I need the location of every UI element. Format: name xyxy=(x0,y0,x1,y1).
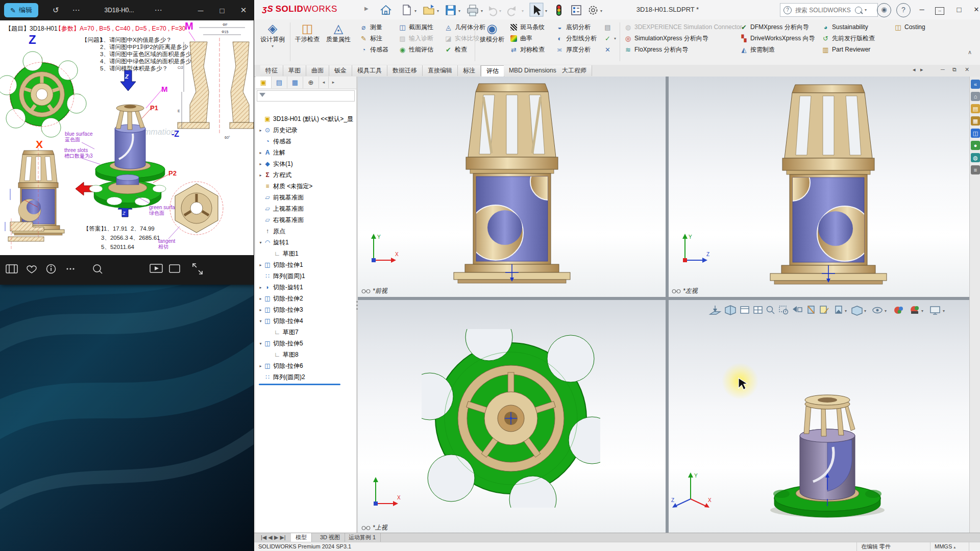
print-caret[interactable]: ▾ xyxy=(481,9,483,13)
section-view-icon[interactable] xyxy=(808,306,814,313)
close-button[interactable]: ✕ xyxy=(969,3,980,16)
select-cursor-button[interactable] xyxy=(530,3,543,16)
thickness-analysis-button[interactable]: ≍厚度分析 xyxy=(555,44,597,55)
search-box[interactable]: ? ▾ xyxy=(780,3,878,17)
tree-item-top-plane[interactable]: ▱上视基准面 xyxy=(258,203,304,214)
sensor-button[interactable]: ◔传感器 xyxy=(359,44,388,55)
view-settings-caret[interactable]: ▾ xyxy=(921,309,923,313)
save-caret[interactable]: ▾ xyxy=(458,9,460,13)
propertymanager-tab[interactable]: ▤ xyxy=(272,77,287,88)
zoom-fit-icon[interactable] xyxy=(767,307,775,314)
manufacture-on-demand-button[interactable]: ◭按需制造 xyxy=(740,44,815,55)
sustainability-button[interactable]: ◕Sustainability xyxy=(821,21,875,33)
taskpane-collapse-icon[interactable]: « xyxy=(971,80,980,89)
compare-document-button[interactable]: ▤ xyxy=(603,21,616,33)
minimize-button[interactable]: ─ xyxy=(193,6,208,15)
model-tab[interactable]: 模型 xyxy=(291,533,312,542)
tree-item-front-plane[interactable]: ▱前视基准面 xyxy=(258,192,304,203)
costing-button[interactable]: ◫Costing xyxy=(894,21,925,33)
new-document-button[interactable] xyxy=(403,5,410,15)
more-options-icon[interactable]: ⋯ xyxy=(72,6,80,15)
zebra-stripes-button[interactable]: 斑马条纹 xyxy=(509,21,545,33)
check-button[interactable]: ✔检查 xyxy=(444,44,485,55)
collapse-ribbon-icon[interactable]: ∧ xyxy=(968,49,972,56)
close-button[interactable]: ✕ xyxy=(236,6,251,15)
design-checker-button[interactable]: ✓▾ xyxy=(603,33,616,44)
maximize-button[interactable]: □ xyxy=(214,6,230,15)
featuremanager-tree-tab[interactable]: ▣ xyxy=(256,77,272,88)
info-icon[interactable] xyxy=(47,265,56,273)
tree-item-cut-extrude3[interactable]: ▸◫切除-拉伸3 xyxy=(258,304,303,315)
more-options-icon-2[interactable]: ⋯ xyxy=(155,6,162,15)
tree-item-equations[interactable]: ▸Σ方程式 xyxy=(258,169,291,181)
tree-item-revolve1[interactable]: ▾◠旋转1 xyxy=(258,237,289,248)
annotation-view-icon[interactable] xyxy=(820,306,828,313)
doc-prev-icon[interactable]: ◂ xyxy=(913,66,916,73)
tree-item-cut-extrude6[interactable]: ▸◫切除-拉伸6 xyxy=(258,360,303,371)
curvature-button[interactable]: 曲率 xyxy=(509,33,545,44)
redo-button[interactable] xyxy=(508,6,516,16)
zoom-actual-icon[interactable] xyxy=(93,265,102,273)
tree-item-sketch1[interactable]: ∟草图1 xyxy=(273,248,299,259)
four-view-icon[interactable] xyxy=(754,307,762,313)
minimize-button[interactable]: ─ xyxy=(914,3,929,16)
normal-to-icon[interactable] xyxy=(710,306,720,314)
part-reviewer-button[interactable]: ▥Part Reviewer xyxy=(821,44,875,55)
configurations-tab[interactable]: ▦ xyxy=(287,77,303,88)
scenes-icon[interactable]: ◍ xyxy=(971,153,980,162)
doc-minimize-icon[interactable]: ─ xyxy=(941,66,945,72)
tree-item-sensors[interactable]: ◔传感器 xyxy=(258,136,291,147)
tree-item-circular-pattern2[interactable]: ∷阵列(圆周)2 xyxy=(258,371,305,383)
open-button[interactable] xyxy=(424,5,434,14)
help-icon[interactable]: ? xyxy=(896,3,911,17)
doc-restore-icon[interactable]: ⧉ xyxy=(952,66,957,73)
symmetry-check-button[interactable]: ⇄对称检查 xyxy=(509,44,545,55)
measure-button[interactable]: ⌀测量 xyxy=(359,21,388,33)
mass-properties-button[interactable]: ◬ 质量属性 xyxy=(324,21,353,43)
units-selector[interactable]: MMGS ▴ xyxy=(930,542,965,551)
view-palette-icon[interactable]: ◫ xyxy=(971,129,980,138)
taskpane-home-icon[interactable]: ⌂ xyxy=(971,92,980,101)
hide-show-items-icon[interactable] xyxy=(873,308,882,313)
options-list-icon[interactable] xyxy=(572,6,581,15)
performance-evaluation-button[interactable]: ◉性能评估 xyxy=(398,44,433,55)
tab-annotation[interactable]: 标注 xyxy=(458,65,481,76)
cursor-caret[interactable]: ▾ xyxy=(545,9,547,13)
open-caret[interactable]: ▾ xyxy=(437,9,439,13)
driveworksxpress-button[interactable]: ▚DriveWorksXpress 向导 xyxy=(740,33,815,44)
traffic-light-icon[interactable] xyxy=(556,5,561,16)
tree-filter-box[interactable] xyxy=(257,90,355,102)
search-icon[interactable] xyxy=(855,7,862,14)
tabs-forward-icon[interactable]: ▸ xyxy=(329,77,338,88)
restore-group-icon[interactable]: ↔ xyxy=(932,3,947,16)
markup-button[interactable]: ✎标注 xyxy=(359,33,388,44)
rotate-icon[interactable]: ↺ xyxy=(53,6,59,15)
display-style-caret[interactable]: ▾ xyxy=(864,309,866,313)
tab-features[interactable]: 特征 xyxy=(260,65,283,76)
search-input[interactable] xyxy=(794,6,852,14)
scene-caret[interactable]: ▾ xyxy=(845,309,847,313)
design-study-button[interactable]: ◈ 设计算例▾ xyxy=(257,21,288,50)
floxpress-button[interactable]: ≋FloXpress 分析向导 xyxy=(624,44,742,55)
section-properties-button[interactable]: ◫截面属性 xyxy=(398,21,433,33)
tree-item-right-plane[interactable]: ▱右视基准面 xyxy=(258,214,304,226)
edit-appearance-icon[interactable] xyxy=(894,307,903,314)
view-settings-icon[interactable] xyxy=(911,306,919,314)
file-explorer-icon[interactable]: ▦ xyxy=(971,116,980,126)
crossed-arrows-button[interactable]: ✕ xyxy=(603,44,616,55)
tree-item-origin[interactable]: ↑原点 xyxy=(258,226,285,237)
tab-custom[interactable]: 大工程师 xyxy=(557,65,592,76)
tab-surfaces[interactable]: 曲面 xyxy=(306,65,329,76)
maximize-button[interactable]: □ xyxy=(951,3,967,16)
tree-item-cut-extrude2[interactable]: ▸◫切除-拉伸2 xyxy=(258,293,303,304)
logo-expand-arrow[interactable]: ▶ xyxy=(364,6,369,11)
tab-evaluate[interactable]: 评估 xyxy=(481,65,504,77)
zoom-area-icon[interactable] xyxy=(779,306,788,314)
design-library-icon[interactable]: ▤ xyxy=(971,104,980,113)
tree-item-material[interactable]: ≡材质 <未指定> xyxy=(258,181,312,192)
doc-next-icon[interactable]: ▸ xyxy=(920,66,923,73)
tab-sheetmetal[interactable]: 钣金 xyxy=(329,65,352,76)
tree-item-cut-extrude4[interactable]: ▾◫切除-拉伸4 xyxy=(258,315,303,327)
previous-view-icon[interactable] xyxy=(793,306,802,312)
rollback-bar[interactable] xyxy=(259,384,340,385)
